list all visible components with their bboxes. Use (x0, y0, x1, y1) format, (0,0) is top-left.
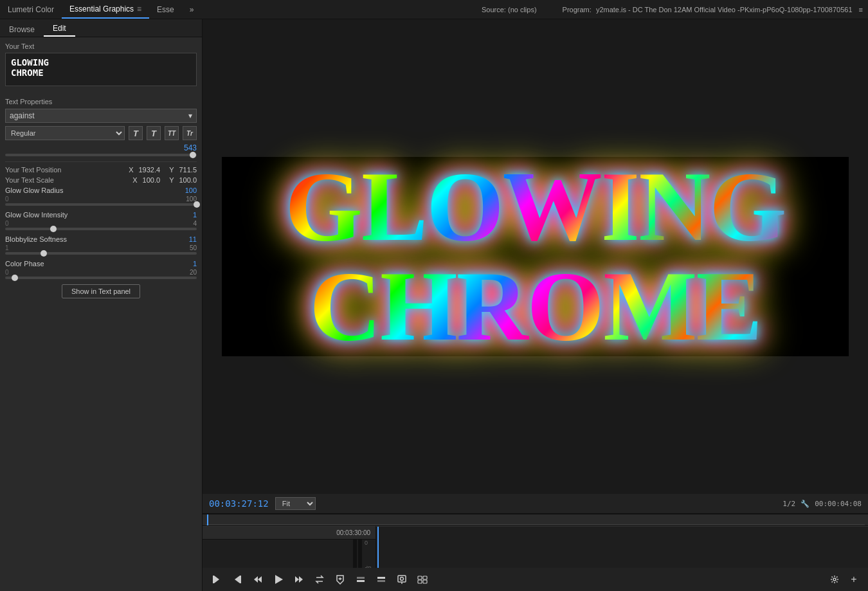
scale-x-label: X (132, 176, 137, 184)
top-navigation-bar: Lumetri Color Essential Graphics ≡ Esse … (0, 0, 868, 19)
scale-y-value[interactable]: 100.0 (179, 176, 197, 184)
position-values: X 1932.4 Y 711.5 (129, 166, 197, 174)
transport-bar: + (203, 568, 868, 591)
glow-intensity-max: 4 (193, 220, 197, 227)
scale-values: X 100.0 Y 100.0 (132, 176, 197, 184)
bottom-area: 00:03:30:00 0 (203, 514, 868, 591)
add-button[interactable]: + (846, 572, 862, 587)
left-bottom-content: 0 dB (203, 540, 375, 568)
left-bottom-panel: 00:03:30:00 0 (203, 526, 376, 568)
show-in-text-panel-button[interactable]: Show in Text panel (62, 284, 140, 298)
svg-marker-4 (235, 576, 240, 583)
more-tabs-button[interactable]: » (182, 0, 202, 19)
glow-radius-slider[interactable] (5, 203, 197, 206)
add-marker-button[interactable] (332, 572, 348, 587)
blobbylize-row: Blobbylize Softness 11 1 50 (5, 235, 197, 255)
svg-rect-18 (398, 576, 406, 582)
video-frame: GLOWING CHROME (222, 157, 849, 356)
preview-line-2: CHROME (285, 257, 785, 356)
svg-marker-8 (275, 575, 283, 584)
blobbylize-thumb[interactable] (41, 250, 47, 257)
play-button[interactable] (271, 572, 286, 587)
step-forward-button[interactable] (291, 572, 307, 587)
divider-1 (5, 161, 197, 162)
italic-button[interactable]: T (147, 126, 161, 140)
fit-dropdown[interactable]: Fit 25% 50% 75% 100% (275, 497, 316, 510)
panel-content: Your Text GLOWING CHROME Text Properties… (0, 37, 202, 591)
color-phase-row: Color Phase 1 0 20 (5, 260, 197, 279)
step-forward-icon (294, 574, 304, 585)
tab-esse[interactable]: Esse (149, 0, 182, 19)
right-area: GLOWING CHROME 00:03:27:12 Fit 25% 50% 7… (203, 19, 868, 591)
your-text-label: Your Text (5, 42, 197, 50)
program-menu-icon[interactable]: ≡ (859, 6, 863, 14)
glow-intensity-min: 0 (5, 220, 9, 227)
glow-intensity-thumb[interactable] (50, 226, 57, 232)
export-frame-button[interactable] (394, 572, 410, 587)
tab-lumetri-color[interactable]: Lumetri Color (0, 0, 62, 19)
font-dropdown[interactable]: against ▾ (5, 109, 197, 123)
color-phase-slider[interactable] (5, 277, 197, 279)
mark-in-icon (212, 574, 222, 585)
glow-intensity-slider[interactable] (5, 228, 197, 230)
step-back-button[interactable] (250, 572, 266, 587)
small-caps-button[interactable]: Tr (183, 126, 197, 140)
svg-marker-6 (254, 576, 258, 583)
tab-browse[interactable]: Browse (0, 23, 44, 37)
lift-icon (356, 574, 366, 585)
glow-radius-value[interactable]: 100 (185, 186, 197, 194)
loop-button[interactable] (312, 572, 327, 587)
blobbylize-value[interactable]: 11 (189, 235, 197, 243)
text-input[interactable]: GLOWING CHROME (5, 53, 197, 86)
all-caps-button[interactable]: TT (165, 126, 179, 140)
glow-intensity-value[interactable]: 1 (193, 211, 197, 219)
svg-rect-23 (418, 580, 422, 583)
tab-edit[interactable]: Edit (44, 21, 75, 37)
position-x-value[interactable]: 1932.4 (138, 166, 160, 174)
position-label: Your Text Position (5, 166, 61, 174)
mark-in-button[interactable] (209, 572, 224, 587)
audio-meter-right (358, 540, 362, 568)
duration-timecode[interactable]: 00:00:04:08 (815, 500, 862, 508)
more-icon: » (190, 5, 194, 14)
color-phase-thumb[interactable] (12, 275, 18, 281)
ruler-svg (206, 514, 865, 525)
loop-icon (314, 574, 325, 585)
glow-radius-header: Glow Glow Radius 100 (5, 186, 197, 194)
font-name: against (10, 111, 35, 120)
settings-button[interactable] (827, 572, 842, 587)
svg-marker-7 (258, 576, 262, 583)
extract-icon (376, 574, 386, 585)
color-phase-value[interactable]: 1 (193, 260, 197, 268)
bold-button[interactable]: T (129, 126, 143, 140)
font-style-select[interactable]: Regular (5, 126, 125, 140)
transport-waveform-area: 00:03:30:00 0 (203, 526, 868, 568)
text-properties-label: Text Properties (5, 98, 197, 105)
font-size-value[interactable]: 543 (184, 143, 197, 152)
blobbylize-slider[interactable] (5, 252, 197, 255)
multi-camera-button[interactable] (415, 572, 430, 587)
position-y-value[interactable]: 711.5 (179, 166, 197, 174)
svg-point-25 (833, 578, 836, 581)
glow-radius-thumb[interactable] (194, 201, 200, 208)
glow-radius-min: 0 (5, 195, 9, 203)
play-icon (273, 574, 284, 585)
color-phase-header: Color Phase 1 (5, 260, 197, 268)
svg-rect-21 (418, 576, 422, 579)
tab-essential-graphics[interactable]: Essential Graphics ≡ (62, 0, 149, 19)
glow-intensity-label: Glow Glow Intensity (5, 211, 68, 219)
font-size-thumb[interactable] (190, 152, 196, 158)
scale-x-value[interactable]: 100.0 (143, 176, 161, 184)
extract-button[interactable] (374, 572, 389, 587)
lift-button[interactable] (353, 572, 368, 587)
quality-setting[interactable]: 1/2 (782, 500, 795, 508)
multi-camera-icon (417, 574, 428, 585)
current-timecode[interactable]: 00:03:27:12 (209, 498, 269, 509)
timecode-right: 1/2 🔧 00:00:04:08 (782, 500, 862, 508)
font-size-slider[interactable] (5, 154, 197, 156)
timeline-ruler (203, 514, 868, 526)
wrench-icon[interactable]: 🔧 (800, 500, 809, 508)
position-y-label: Y (169, 166, 174, 174)
preview-line-1: GLOWING (285, 157, 785, 257)
mark-out-button[interactable] (230, 572, 245, 587)
